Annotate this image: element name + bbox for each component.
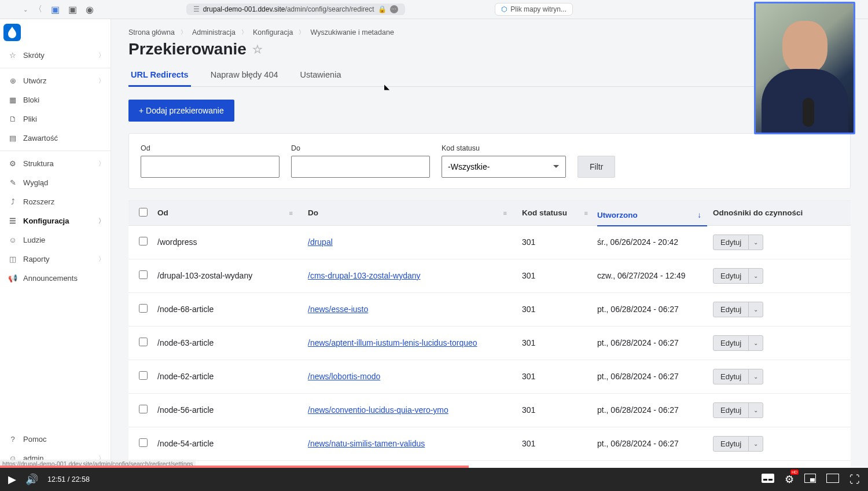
edit-button[interactable]: Edytuj ⌄ <box>713 302 763 317</box>
row-checkbox[interactable] <box>139 270 148 279</box>
settings-icon[interactable]: ⚙ <box>785 473 794 486</box>
miniplayer-icon[interactable] <box>804 474 816 486</box>
edit-button[interactable]: Edytuj ⌄ <box>713 369 763 384</box>
to-label: Do <box>291 144 430 152</box>
edit-button-label: Edytuj <box>713 269 748 283</box>
breadcrumb-item[interactable]: Konfiguracja <box>253 28 293 36</box>
sidebar-item-zawartość[interactable]: ▤Zawartość <box>0 129 111 148</box>
tab-url-redirects[interactable]: URL Redirects <box>128 64 191 87</box>
cell-created: pt., 06/28/2024 - 06:27 <box>597 405 707 415</box>
sidebar-item-ludzie[interactable]: ☺Ludzie <box>0 230 111 250</box>
dropdown-icon[interactable]: ⌄ <box>748 336 763 350</box>
breadcrumb-item[interactable]: Strona główna <box>128 28 175 36</box>
fullscreen-icon[interactable]: ⛶ <box>849 474 860 486</box>
cell-to-link[interactable]: /news/lobortis-modo <box>308 372 380 381</box>
cell-to-link[interactable]: /news/esse-iusto <box>308 305 368 314</box>
dropdown-icon[interactable]: ⌄ <box>748 369 763 384</box>
add-redirect-button[interactable]: + Dodaj przekierowanie <box>128 100 234 122</box>
cell-to-link[interactable]: /news/natu-similis-tamen-validus <box>308 439 425 448</box>
status-select[interactable]: -Wszystkie- <box>442 156 566 178</box>
sidebar-item-pomoc[interactable]: ?Pomoc <box>0 430 111 449</box>
sort-icon[interactable]: ≡ <box>503 210 516 217</box>
play-icon[interactable]: ▶ <box>8 473 16 486</box>
th-to[interactable]: Do <box>308 208 318 217</box>
star-icon[interactable]: ☆ <box>252 42 263 56</box>
th-status[interactable]: Kod statusu <box>522 208 567 217</box>
from-input[interactable] <box>141 156 279 178</box>
cell-status: 301 <box>522 237 597 247</box>
th-from[interactable]: Od <box>157 208 168 217</box>
table-row: /node-63-article /news/aptent-illum-iust… <box>128 327 851 360</box>
edit-button[interactable]: Edytuj ⌄ <box>713 234 763 250</box>
row-checkbox[interactable] <box>139 304 148 313</box>
edit-button[interactable]: Edytuj ⌄ <box>713 402 763 418</box>
table-row: /wordpress /drupal 301 śr., 06/26/2024 -… <box>128 226 851 259</box>
sidebar-item-pliki[interactable]: 🗋Pliki <box>0 109 111 129</box>
sitemap-chip[interactable]: ⬡ Plik mapy witryn... <box>495 3 573 16</box>
edit-button[interactable]: Edytuj ⌄ <box>713 436 763 452</box>
cell-to-link[interactable]: /cms-drupal-103-zostal-wydany <box>308 271 421 280</box>
sidebar-item-konfiguracja[interactable]: ☰Konfiguracja〉 <box>0 211 111 230</box>
sidebar-item-skróty[interactable]: ☆Skróty〉 <box>0 46 111 65</box>
sidebar-item-struktura[interactable]: ⚙Struktura〉 <box>0 154 111 173</box>
captions-icon[interactable] <box>762 474 774 486</box>
tab-1-icon[interactable]: ▣ <box>49 3 61 16</box>
page-title: Przekierowanie ☆ <box>128 40 851 58</box>
admin-sidebar: ☆Skróty〉⊕Utwórz〉▦Bloki🗋Pliki▤Zawartość⚙S… <box>0 19 111 468</box>
sort-icon[interactable]: ≡ <box>584 210 597 217</box>
select-all-checkbox[interactable] <box>139 208 148 217</box>
row-checkbox[interactable] <box>139 371 148 380</box>
sidebar-item-announcements[interactable]: 📢Announcements <box>0 269 111 288</box>
row-checkbox[interactable] <box>139 405 148 413</box>
chevron-right-icon: 〉 <box>98 51 105 60</box>
chrome-dropdown-icon[interactable]: ⌄ <box>23 6 28 13</box>
sort-icon[interactable]: ≡ <box>289 210 302 217</box>
sidebar-item-utwórz[interactable]: ⊕Utwórz〉 <box>0 71 111 90</box>
back-icon[interactable]: 〈 <box>32 4 44 14</box>
more-icon[interactable]: ⋯ <box>390 5 398 13</box>
sidebar-item-wygląd[interactable]: ✎Wygląd <box>0 173 111 192</box>
tab-ustawienia[interactable]: Ustawienia <box>298 64 344 86</box>
table-row: /node-62-article /news/lobortis-modo 301… <box>128 360 851 394</box>
cell-from: /node-62-article <box>157 372 308 381</box>
dropdown-icon[interactable]: ⌄ <box>748 302 763 317</box>
theater-icon[interactable] <box>826 474 839 486</box>
th-created[interactable]: Utworzono <box>597 211 638 219</box>
nav-icon: ⤴ <box>8 197 17 206</box>
breadcrumb: Strona główna〉Administracja〉Konfiguracja… <box>128 28 851 36</box>
cell-to-link[interactable]: /drupal <box>308 237 333 247</box>
breadcrumb-item[interactable]: Wyszukiwanie i metadane <box>310 28 393 36</box>
cell-to-link[interactable]: /news/aptent-illum-iustum-lenis-lucidus-… <box>308 338 477 347</box>
sidebar-item-label: Ludzie <box>23 236 45 244</box>
sidebar-item-raporty[interactable]: ◫Raporty〉 <box>0 250 111 269</box>
dropdown-icon[interactable]: ⌄ <box>748 235 763 250</box>
panel-toggle-icon[interactable] <box>6 3 19 16</box>
tab-napraw-błędy-404[interactable]: Napraw błędy 404 <box>208 64 281 86</box>
filter-button[interactable]: Filtr <box>578 156 615 178</box>
breadcrumb-item[interactable]: Administracja <box>192 28 236 36</box>
url-bar[interactable]: ☰ drupal-demo-001.ddev.site/admin/config… <box>186 3 405 15</box>
to-input[interactable] <box>291 156 430 178</box>
tab-3-icon[interactable]: ◉ <box>83 3 96 16</box>
dropdown-icon[interactable]: ⌄ <box>748 403 763 417</box>
sidebar-item-bloki[interactable]: ▦Bloki <box>0 90 111 109</box>
dropdown-icon[interactable]: ⌄ <box>748 269 763 283</box>
nav-icon: ☰ <box>8 217 17 225</box>
edit-button[interactable]: Edytuj ⌄ <box>713 268 763 284</box>
volume-icon[interactable]: 🔊 <box>25 473 38 486</box>
edit-button[interactable]: Edytuj ⌄ <box>713 335 763 351</box>
row-checkbox[interactable] <box>139 338 148 346</box>
edit-button-label: Edytuj <box>713 403 748 417</box>
dropdown-icon[interactable]: ⌄ <box>748 437 763 451</box>
row-checkbox[interactable] <box>139 438 148 447</box>
tab-2-icon[interactable]: ▣ <box>66 3 79 16</box>
table-row: /node-68-article /news/esse-iusto 301 pt… <box>128 293 851 327</box>
cell-to-link[interactable]: /news/conventio-lucidus-quia-vero-ymo <box>308 405 448 415</box>
cell-created: pt., 06/28/2024 - 06:27 <box>597 372 707 381</box>
nav-icon: 🗋 <box>8 115 17 123</box>
drupal-logo-icon[interactable] <box>3 24 21 41</box>
url-host: drupal-demo-001.ddev.site <box>203 5 285 13</box>
row-checkbox[interactable] <box>139 237 148 246</box>
sidebar-item-rozszerz[interactable]: ⤴Rozszerz <box>0 192 111 211</box>
nav-icon: 📢 <box>8 274 17 283</box>
